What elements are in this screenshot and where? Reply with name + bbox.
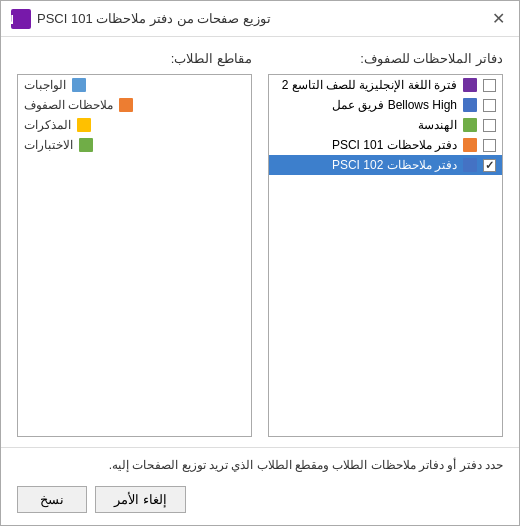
item-checkbox[interactable] [483,119,496,132]
list-item[interactable]: الهندسة [269,115,502,135]
student-section-label: الواجبات [24,78,66,92]
notebook-color-icon [463,158,477,172]
title-bar: ✕ توزيع صفحات من دفتر ملاحظات 101 PSCI N [1,1,519,37]
notebook-item-label: دفتر ملاحظات 101 PSCI [275,138,457,152]
notebook-color-icon [463,98,477,112]
notebook-item-label: Bellows High فريق عمل [275,98,457,112]
footer-description: حدد دفتر أو دفاتر ملاحظات الطلاب ومقطع ا… [109,458,503,472]
svg-text:N: N [11,12,14,27]
section-color-icon [77,118,91,132]
item-checkbox[interactable] [483,99,496,112]
student-section-label: ملاحظات الصفوف [24,98,113,112]
list-item[interactable]: ✓دفتر ملاحظات 102 PSCI [269,155,502,175]
dialog: ✕ توزيع صفحات من دفتر ملاحظات 101 PSCI N… [0,0,520,526]
list-item[interactable]: Bellows High فريق عمل [269,95,502,115]
notebooks-panel-title: دفاتر الملاحظات للصفوف: [268,51,503,66]
list-item[interactable]: الواجبات [18,75,251,95]
list-item[interactable]: دفتر ملاحظات 101 PSCI [269,135,502,155]
item-checkbox[interactable] [483,139,496,152]
list-item[interactable]: ملاحظات الصفوف [18,95,251,115]
footer-text: حدد دفتر أو دفاتر ملاحظات الطلاب ومقطع ا… [1,447,519,478]
notebook-color-icon [463,138,477,152]
dialog-title: توزيع صفحات من دفتر ملاحظات 101 PSCI [37,11,271,26]
close-button[interactable]: ✕ [488,9,509,29]
list-item[interactable]: الاختبارات [18,135,251,155]
item-checkbox[interactable] [483,79,496,92]
section-color-icon [119,98,133,112]
notebook-list[interactable]: فترة اللغة الإنجليزية للصف التاسع 2Bello… [268,74,503,437]
notebook-item-label: الهندسة [275,118,457,132]
students-panel: مقاطع الطلاب: الواجباتملاحظات الصفوفالمذ… [17,51,252,437]
notebook-item-label: دفتر ملاحظات 102 PSCI [275,158,457,172]
section-color-icon [79,138,93,152]
item-checkbox[interactable]: ✓ [483,159,496,172]
student-section-label: الاختبارات [24,138,73,152]
list-item[interactable]: فترة اللغة الإنجليزية للصف التاسع 2 [269,75,502,95]
title-bar-content: توزيع صفحات من دفتر ملاحظات 101 PSCI N [11,9,271,29]
cancel-button[interactable]: إلغاء الأمر [95,486,186,513]
onenote-icon: N [11,9,31,29]
students-panel-title: مقاطع الطلاب: [17,51,252,66]
student-list[interactable]: الواجباتملاحظات الصفوفالمذكراتالاختبارات [17,74,252,437]
notebook-color-icon [463,78,477,92]
notebook-item-label: فترة اللغة الإنجليزية للصف التاسع 2 [275,78,457,92]
notebooks-panel: دفاتر الملاحظات للصفوف: فترة اللغة الإنج… [268,51,503,437]
svg-rect-0 [11,9,31,29]
button-bar: نسخ إلغاء الأمر [1,478,519,525]
copy-button[interactable]: نسخ [17,486,87,513]
panels-container: دفاتر الملاحظات للصفوف: فترة اللغة الإنج… [17,51,503,437]
main-content: دفاتر الملاحظات للصفوف: فترة اللغة الإنج… [1,37,519,447]
section-color-icon [72,78,86,92]
list-item[interactable]: المذكرات [18,115,251,135]
student-section-label: المذكرات [24,118,71,132]
notebook-color-icon [463,118,477,132]
